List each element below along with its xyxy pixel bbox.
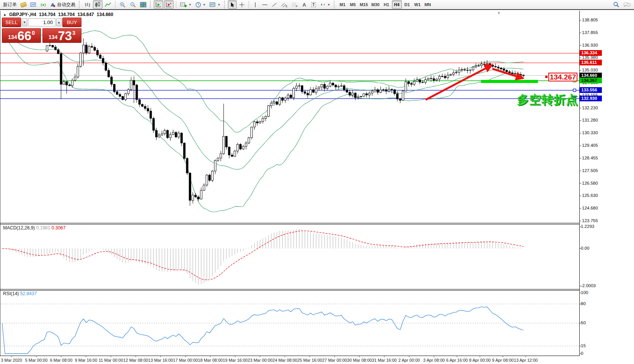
buy-price-button[interactable]: 134 73 3: [42, 28, 81, 43]
signals-icon[interactable]: [39, 0, 48, 9]
ohlc-low: 134.647: [77, 12, 94, 17]
zoom-out-icon[interactable]: [128, 0, 138, 9]
chart-canvas[interactable]: [0, 0, 634, 364]
macd-name: MACD(12,26,9): [3, 225, 35, 231]
mt4-window: 138.805137.855136.930135.980135.030134.1…: [0, 0, 634, 364]
quotes-tag-icon[interactable]: [19, 0, 28, 9]
templates-button[interactable]: ▼: [208, 0, 222, 9]
rsi-value: 52.8437: [20, 291, 37, 296]
timeframe-m30[interactable]: M30: [370, 0, 381, 9]
new-order-label: 新订单: [3, 2, 17, 8]
scroll-to-end-marker[interactable]: ▼: [497, 11, 501, 15]
fibonacci-icon[interactable]: F: [290, 0, 299, 9]
symbol-period: GBPJPY-,H4: [9, 12, 36, 17]
price-callout-label[interactable]: 134.267: [548, 73, 577, 81]
rsi-line: [2, 307, 523, 354]
vertical-line-icon[interactable]: [251, 0, 260, 9]
text-icon[interactable]: A: [300, 0, 309, 9]
auto-trading-icon: [50, 2, 56, 7]
macd-label: MACD(12,26,9) 0.1981 0.3067: [3, 225, 65, 231]
periods-button[interactable]: ▼: [194, 0, 207, 9]
one-click-trade-panel: SELL ▼ ▲ BUY 134 66 0 134 73 3: [2, 18, 81, 43]
timeframe-m5[interactable]: M5: [348, 0, 358, 9]
auto-trading-button[interactable]: 自动交易: [49, 0, 77, 9]
timeframe-w1[interactable]: W1: [413, 0, 423, 9]
buy-price-figure: 134: [49, 34, 57, 40]
toolbar: 新订单 自动交易: [0, 0, 634, 10]
search-icon[interactable]: [611, 0, 621, 9]
svg-text:E: E: [286, 5, 288, 8]
volume-down-button[interactable]: ▼: [22, 18, 27, 26]
sell-button[interactable]: SELL: [2, 18, 21, 27]
new-order-button[interactable]: 新订单: [2, 0, 18, 9]
sell-price-point: 0: [32, 30, 35, 36]
panel-borders: [0, 11, 581, 357]
timeframe-m1[interactable]: M1: [338, 0, 348, 9]
rsi-name: RSI(14): [3, 291, 19, 296]
trendline-icon[interactable]: [270, 0, 279, 9]
cursor-icon[interactable]: [228, 0, 237, 9]
sell-price-figure: 134: [8, 34, 17, 40]
buy-button[interactable]: BUY: [62, 18, 81, 27]
sell-price-button[interactable]: 134 66 0: [2, 28, 41, 43]
horizontal-line-icon[interactable]: [260, 0, 269, 9]
timeframe-h4[interactable]: H4: [392, 0, 402, 9]
timeframe-mn[interactable]: MN: [423, 0, 433, 9]
candles: [46, 38, 525, 206]
candlestick-chart-icon[interactable]: [93, 0, 102, 9]
callout-anchor: [545, 76, 548, 78]
macd-signal-value: 0.3067: [52, 225, 66, 231]
volume-input[interactable]: [28, 18, 55, 26]
timeframe-m15[interactable]: M15: [358, 0, 369, 9]
rsi-panel: [0, 304, 579, 354]
profiles-icon[interactable]: [29, 0, 38, 9]
symbol-arrow-icon: ▲: [3, 13, 7, 16]
equidistant-channel-icon[interactable]: E: [280, 0, 289, 9]
line-chart-icon[interactable]: [103, 0, 113, 9]
volume-up-button[interactable]: ▲: [56, 18, 62, 26]
auto-trading-label: 自动交易: [57, 2, 75, 8]
chart-title: ▲ GBPJPY-,H4 134.704 134.704 134.647 134…: [3, 12, 113, 17]
ohlc-close: 134.660: [97, 12, 113, 17]
level-lines: [0, 53, 579, 99]
arrows-button[interactable]: ▼: [319, 0, 332, 9]
timeframe-group: M1M5M15M30H1H4D1W1MN: [338, 0, 433, 9]
ohlc-high: 134.704: [58, 12, 75, 17]
text-label-icon[interactable]: T: [309, 0, 318, 9]
bar-chart-icon[interactable]: [83, 0, 92, 9]
chat-icon[interactable]: [622, 0, 632, 9]
timeframe-h1[interactable]: H1: [382, 0, 392, 9]
crosshair-icon[interactable]: [237, 0, 246, 9]
zoom-in-icon[interactable]: [118, 0, 127, 9]
sell-price-pips: 66: [17, 29, 31, 42]
rsi-label: RSI(14) 52.8437: [3, 291, 37, 296]
ohlc-open: 134.704: [39, 12, 55, 17]
chart-shift-icon[interactable]: [164, 0, 174, 9]
add-indicator-button[interactable]: ▼: [179, 0, 193, 9]
timeframe-d1[interactable]: D1: [402, 0, 412, 9]
buy-price-point: 3: [72, 30, 75, 36]
buy-price-pips: 73: [58, 29, 72, 42]
svg-text:F: F: [296, 5, 297, 8]
macd-main-value: 0.1981: [36, 225, 50, 231]
annotation-text[interactable]: 多空转折点: [517, 92, 578, 108]
auto-scroll-icon[interactable]: [154, 0, 163, 9]
highlight-zone[interactable]: [481, 80, 538, 83]
macd-panel: [2, 229, 523, 284]
tile-windows-icon[interactable]: [138, 0, 148, 9]
macd-signal-line: [2, 231, 523, 280]
